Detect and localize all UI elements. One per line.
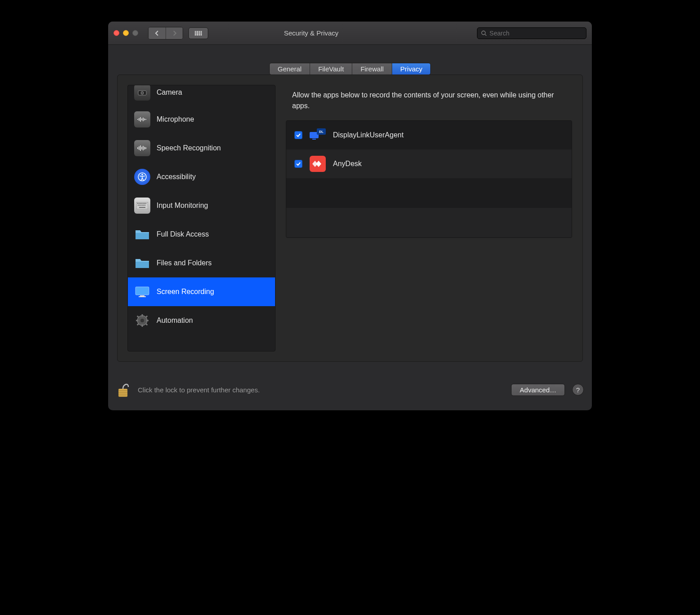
folder-icon xyxy=(134,226,150,242)
svg-rect-12 xyxy=(139,146,140,150)
app-checkbox[interactable] xyxy=(294,160,302,168)
titlebar: Security & Privacy xyxy=(108,22,592,45)
traffic-lights xyxy=(114,30,138,36)
svg-rect-41 xyxy=(142,325,143,327)
sidebar-item-accessibility[interactable]: Accessibility xyxy=(128,163,275,191)
svg-rect-5 xyxy=(139,118,140,121)
svg-rect-53 xyxy=(118,390,127,391)
sidebar-item-full-disk-access[interactable]: Full Disk Access xyxy=(128,220,275,249)
svg-rect-13 xyxy=(140,145,141,151)
preferences-window: Security & Privacy General FileVault Fir… xyxy=(108,22,592,410)
svg-rect-37 xyxy=(139,296,146,297)
lock-button[interactable] xyxy=(116,381,131,399)
sidebar-item-input-monitoring[interactable]: Input Monitoring xyxy=(128,191,275,220)
main-pane: Allow the apps below to record the conte… xyxy=(285,85,573,351)
tab-filevault[interactable]: FileVault xyxy=(310,63,352,75)
window-title: Security & Privacy xyxy=(151,29,472,37)
display-icon xyxy=(134,284,150,300)
svg-rect-17 xyxy=(145,147,146,149)
pane-description: Allow the apps below to record the conte… xyxy=(286,85,572,120)
svg-rect-21 xyxy=(137,203,138,204)
privacy-panel: Camera Microphone Speech Recognition xyxy=(117,75,583,362)
app-name: DisplayLinkUserAgent xyxy=(333,131,403,139)
close-window-button[interactable] xyxy=(114,30,119,36)
svg-rect-56 xyxy=(118,395,127,396)
sidebar-item-screen-recording[interactable]: Screen Recording xyxy=(128,277,275,306)
svg-rect-22 xyxy=(139,203,140,204)
search-input[interactable] xyxy=(490,30,582,37)
sidebar-item-label: Speech Recognition xyxy=(157,144,221,152)
svg-rect-23 xyxy=(140,203,141,204)
sidebar-item-label: Files and Folders xyxy=(157,259,212,267)
svg-rect-34 xyxy=(139,207,145,208)
app-row-displaylink[interactable]: DL DisplayLinkUserAgent xyxy=(286,121,572,149)
svg-rect-25 xyxy=(143,203,144,204)
svg-rect-11 xyxy=(137,147,138,149)
svg-rect-8 xyxy=(143,118,144,121)
sidebar-item-camera[interactable]: Camera xyxy=(128,85,275,105)
sidebar-item-label: Camera xyxy=(157,88,182,97)
tab-general[interactable]: General xyxy=(270,63,310,75)
zoom-window-button[interactable] xyxy=(132,30,138,36)
app-checkbox[interactable] xyxy=(294,131,302,139)
svg-rect-9 xyxy=(144,119,145,120)
svg-rect-29 xyxy=(139,205,140,206)
svg-rect-40 xyxy=(142,314,143,316)
advanced-button[interactable]: Advanced… xyxy=(511,384,565,396)
sidebar-item-label: Accessibility xyxy=(157,173,196,181)
svg-rect-15 xyxy=(143,146,144,150)
checkmark-icon xyxy=(296,161,301,167)
svg-point-39 xyxy=(140,319,144,322)
lock-description: Click the lock to prevent further change… xyxy=(138,386,504,394)
sidebar-item-label: Microphone xyxy=(157,115,194,123)
footer: Click the lock to prevent further change… xyxy=(108,371,592,410)
svg-rect-54 xyxy=(118,392,127,393)
svg-rect-55 xyxy=(118,394,127,395)
content-area: General FileVault Firewall Privacy Camer… xyxy=(108,45,592,371)
svg-text:DL: DL xyxy=(319,130,324,133)
waveform-icon xyxy=(134,140,150,156)
svg-point-3 xyxy=(141,92,144,94)
anydesk-icon xyxy=(310,156,326,172)
tab-privacy[interactable]: Privacy xyxy=(392,63,430,75)
svg-rect-27 xyxy=(145,203,146,204)
svg-rect-14 xyxy=(141,147,142,149)
svg-rect-16 xyxy=(144,147,145,149)
sidebar-item-label: Input Monitoring xyxy=(157,202,208,210)
app-list: DL DisplayLinkUserAgent AnyDesk xyxy=(286,120,572,238)
tab-bar: General FileVault Firewall Privacy xyxy=(117,63,583,75)
lock-open-icon xyxy=(117,382,130,399)
svg-rect-7 xyxy=(141,119,142,120)
svg-rect-42 xyxy=(136,320,138,321)
minimize-window-button[interactable] xyxy=(123,30,129,36)
svg-rect-35 xyxy=(136,287,149,295)
svg-point-19 xyxy=(141,174,143,176)
tab-firewall[interactable]: Firewall xyxy=(352,63,392,75)
search-field[interactable] xyxy=(477,27,586,39)
svg-rect-10 xyxy=(145,119,146,120)
camera-icon xyxy=(134,85,150,101)
sidebar-item-speech-recognition[interactable]: Speech Recognition xyxy=(128,134,275,163)
svg-rect-31 xyxy=(142,205,143,206)
privacy-category-list[interactable]: Camera Microphone Speech Recognition xyxy=(127,85,276,351)
search-icon xyxy=(481,30,487,36)
svg-rect-24 xyxy=(141,203,142,204)
app-row-empty xyxy=(286,178,572,208)
svg-point-0 xyxy=(481,31,485,34)
svg-rect-6 xyxy=(140,117,141,122)
app-row-empty xyxy=(286,208,572,237)
svg-rect-36 xyxy=(140,295,144,296)
sidebar-item-label: Full Disk Access xyxy=(157,230,209,238)
sidebar-item-label: Automation xyxy=(157,316,193,325)
sidebar-item-automation[interactable]: Automation xyxy=(128,306,275,335)
accessibility-icon xyxy=(134,169,150,185)
help-button[interactable]: ? xyxy=(572,384,584,395)
svg-rect-43 xyxy=(146,320,149,321)
app-row-anydesk[interactable]: AnyDesk xyxy=(286,149,572,178)
sidebar-item-microphone[interactable]: Microphone xyxy=(128,105,275,134)
svg-rect-4 xyxy=(137,119,138,120)
svg-rect-32 xyxy=(143,205,144,206)
sidebar-item-files-and-folders[interactable]: Files and Folders xyxy=(128,249,275,277)
folder-icon xyxy=(134,255,150,271)
keyboard-icon xyxy=(134,198,150,214)
